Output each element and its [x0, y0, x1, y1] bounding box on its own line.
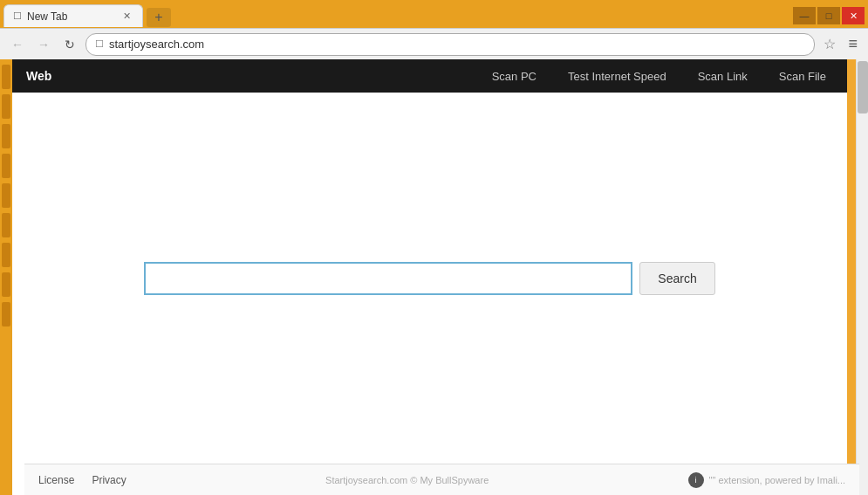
footer-center-text: Startjoysearch.com © My BullSpyware	[144, 475, 671, 485]
search-button[interactable]: Search	[639, 262, 714, 295]
refresh-button[interactable]: ↻	[59, 34, 80, 55]
nav-scan-file[interactable]: Scan File	[772, 66, 833, 86]
nav-test-speed[interactable]: Test Internet Speed	[561, 66, 673, 86]
browser-content: Web Scan PC Test Internet Speed Scan Lin…	[12, 59, 847, 495]
back-button[interactable]: ←	[7, 34, 28, 55]
sidebar-dot-6	[2, 213, 10, 237]
search-container: Search	[144, 262, 714, 295]
address-bar: ← → ↻ ☐ ☆ ≡	[0, 28, 868, 59]
tab-page-icon: ☐	[13, 10, 22, 22]
close-button[interactable]: ✕	[842, 7, 865, 24]
tabs-area: ☐ New Tab ✕ +	[3, 4, 171, 27]
sidebar-dot-1	[2, 65, 10, 89]
scrollbar[interactable]	[856, 59, 868, 495]
site-footer: License Privacy Startjoysearch.com © My …	[24, 464, 859, 495]
site-nav: Web Scan PC Test Internet Speed Scan Lin…	[12, 59, 847, 93]
sidebar-dot-8	[2, 272, 10, 297]
address-input-container: ☐	[85, 33, 815, 56]
tab-title: New Tab	[27, 10, 114, 23]
sidebar-dot-4	[2, 154, 10, 178]
title-bar: ☐ New Tab ✕ + — □ ✕	[0, 0, 868, 28]
window-controls: — □ ✕	[793, 7, 865, 24]
search-input[interactable]	[144, 262, 632, 295]
imali-icon: i	[688, 472, 704, 488]
sidebar-dot-7	[2, 243, 10, 267]
footer-privacy-link[interactable]: Privacy	[92, 474, 126, 486]
sidebar-dot-9	[2, 302, 10, 327]
page-icon: ☐	[95, 38, 104, 50]
footer-right: i "" extension, powered by Imali...	[688, 472, 845, 488]
browser-tab[interactable]: ☐ New Tab ✕	[3, 4, 143, 27]
sidebar-dot-3	[2, 124, 10, 148]
forward-button[interactable]: →	[33, 34, 54, 55]
sidebar-strip	[0, 59, 12, 495]
footer-right-text: "" extension, powered by Imali...	[709, 475, 845, 485]
sidebar-dot-2	[2, 94, 10, 119]
site-logo: Web	[26, 69, 51, 83]
sidebar-dot-5	[2, 183, 10, 208]
scrollbar-thumb[interactable]	[858, 61, 868, 113]
address-input[interactable]	[109, 38, 805, 51]
page-content: Search	[12, 93, 847, 464]
new-tab-button[interactable]: +	[147, 8, 171, 27]
footer-license-link[interactable]: License	[38, 474, 74, 486]
menu-button[interactable]: ≡	[844, 33, 861, 55]
nav-scan-pc[interactable]: Scan PC	[485, 66, 543, 86]
maximize-button[interactable]: □	[817, 7, 840, 24]
nav-scan-link[interactable]: Scan Link	[691, 66, 755, 86]
bookmark-button[interactable]: ☆	[820, 34, 839, 54]
tab-close-button[interactable]: ✕	[120, 10, 133, 24]
minimize-button[interactable]: —	[793, 7, 816, 24]
